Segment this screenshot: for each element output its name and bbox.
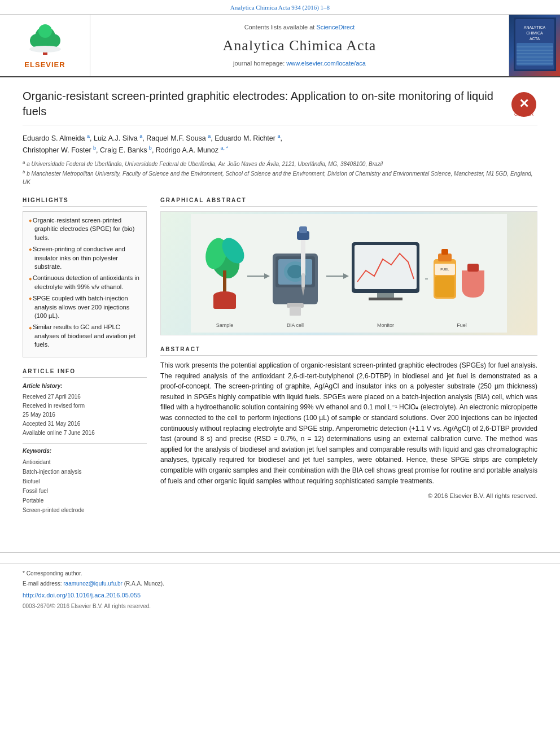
left-column: HIGHLIGHTS Organic-resistant screen-prin… <box>23 196 147 525</box>
svg-rect-56 <box>467 264 479 272</box>
svg-rect-22 <box>191 214 507 333</box>
article-history-label: Article history: <box>23 382 147 390</box>
elsevier-brand-text: ELSEVIER <box>24 60 65 70</box>
svg-text:✕: ✕ <box>519 97 529 111</box>
email-line: E-mail address: raamunoz@iqufu.ufu.br (R… <box>23 579 537 588</box>
journal-name: Analytica Chimica Acta <box>223 36 377 56</box>
keywords-list: Antioxidant Batch-injection analysis Bio… <box>23 457 147 515</box>
author-6: Craig E. Banks b, <box>100 146 156 154</box>
svg-point-6 <box>29 46 61 53</box>
highlights-box: Organic-resistant screen-printed graphit… <box>23 211 147 357</box>
affiliation-a: a a Universidade Federal de Uberlândia, … <box>23 159 537 168</box>
highlight-item-2: Screen-printing of conductive and insula… <box>29 245 141 271</box>
svg-rect-48 <box>369 298 403 300</box>
corresponding-email[interactable]: raamunoz@iqufu.ufu.br <box>63 580 123 587</box>
svg-rect-37 <box>290 307 301 316</box>
footer-divider <box>0 552 560 553</box>
two-column-layout: HIGHLIGHTS Organic-resistant screen-prin… <box>23 196 537 525</box>
right-column: GRAPHICAL ABSTRACT <box>160 196 537 525</box>
svg-rect-26 <box>223 270 226 293</box>
author-5: Christopher W. Foster b, <box>23 146 100 154</box>
abstract-section: ABSTRACT This work presents the potentia… <box>160 346 537 501</box>
svg-text:BIA cell: BIA cell <box>287 322 304 328</box>
graphical-abstract-heading: GRAPHICAL ABSTRACT <box>160 196 537 207</box>
svg-text:Fuel: Fuel <box>457 322 467 328</box>
article-info-heading: ARTICLE INFO <box>23 368 147 378</box>
article-info-box: Article history: Received 27 April 2016 … <box>23 382 147 515</box>
svg-rect-51 <box>441 249 448 255</box>
accepted-date: Accepted 31 May 2016 <box>23 420 147 429</box>
doi-link[interactable]: http://dx.doi.org/10.1016/j.aca.2016.05.… <box>23 591 537 600</box>
highlight-item-5: Similar results to GC and HPLC analyses … <box>29 323 141 349</box>
svg-rect-50 <box>438 254 452 261</box>
svg-rect-47 <box>377 293 394 298</box>
highlight-item-3: Continuous detection of antioxidants in … <box>29 274 141 291</box>
sciencedirect-link[interactable]: ScienceDirect <box>316 24 355 30</box>
paper-body: Organic-resistant screen-printed graphit… <box>0 77 560 541</box>
footer-section: * Corresponding author. E-mail address: … <box>0 563 560 622</box>
svg-point-5 <box>38 24 52 38</box>
journal-citation-text: Analytica Chimica Acta 934 (2016) 1–8 <box>230 4 330 11</box>
journal-header: ELSEVIER Contents lists available at Sci… <box>0 15 560 77</box>
svg-rect-52 <box>435 276 454 297</box>
svg-text:CHIMICA: CHIMICA <box>526 31 543 35</box>
copyright-line: © 2016 Elsevier B.V. All rights reserved… <box>160 492 537 500</box>
svg-text:Monitor: Monitor <box>377 322 394 328</box>
svg-rect-39 <box>301 273 305 287</box>
corresponding-author-note: * Corresponding author. <box>23 569 537 578</box>
abstract-text: This work presents the potential applica… <box>160 360 537 486</box>
author-2: Luiz A.J. Silva a, <box>94 134 146 142</box>
available-online-date: Available online 7 June 2016 <box>23 429 147 438</box>
paper-title: Organic-resistant screen-printed graphit… <box>23 89 510 119</box>
highlights-heading: HIGHLIGHTS <box>23 196 147 207</box>
svg-rect-42 <box>299 226 307 233</box>
keyword-1: Antioxidant <box>23 457 147 467</box>
journal-title-area: Contents lists available at ScienceDirec… <box>90 15 509 76</box>
keyword-5: Portable <box>23 496 147 505</box>
svg-text:Sample: Sample <box>216 322 234 328</box>
highlight-item-1: Organic-resistant screen-printed graphit… <box>29 216 141 242</box>
svg-text:FUEL: FUEL <box>440 268 449 271</box>
author-1: Eduardo S. Almeida a, <box>23 134 94 142</box>
keyword-6: Screen-printed electrode <box>23 505 147 515</box>
crossmark-logo: ✕ CrossMark <box>510 91 537 118</box>
keyword-3: Biofuel <box>23 477 147 486</box>
author-7: Rodrigo A.A. Munoz a, * <box>156 146 228 154</box>
svg-point-35 <box>287 265 303 278</box>
contents-available-text: Contents lists available at ScienceDirec… <box>244 23 355 32</box>
author-4: Eduardo M. Richter a, <box>215 134 282 142</box>
svg-text:ACTA: ACTA <box>529 37 539 41</box>
cover-placeholder: ANALYTICA CHIMICA ACTA <box>511 15 559 76</box>
keyword-4: Fossil fuel <box>23 486 147 496</box>
journal-homepage-link[interactable]: www.elsevier.com/locate/aca <box>286 60 366 67</box>
svg-text:CrossMark: CrossMark <box>514 112 533 116</box>
issn-line: 0003-2670/© 2016 Elsevier B.V. All right… <box>23 602 537 610</box>
affiliations: a a Universidade Federal de Uberlândia, … <box>23 159 537 186</box>
journal-homepage-line: journal homepage: www.elsevier.com/locat… <box>233 59 366 68</box>
keyword-2: Batch-injection analysis <box>23 467 147 477</box>
svg-rect-28 <box>213 295 236 309</box>
abstract-heading: ABSTRACT <box>160 346 537 356</box>
received-date: Received 27 April 2016 <box>23 392 147 401</box>
graphical-abstract-section: GRAPHICAL ABSTRACT <box>160 196 537 335</box>
highlight-item-4: SPGE coupled with batch-injection analys… <box>29 294 141 320</box>
elsevier-logo: ELSEVIER <box>0 15 90 76</box>
graphical-abstract-image: FUEL Sample BIA cell Monitor Fuel <box>160 211 537 335</box>
svg-text:ANALYTICA: ANALYTICA <box>523 25 545 29</box>
svg-rect-46 <box>355 245 417 289</box>
journal-cover-image: ANALYTICA CHIMICA ACTA <box>509 15 560 76</box>
received-revised-date: 25 May 2016 <box>23 410 147 420</box>
paper-title-section: Organic-resistant screen-printed graphit… <box>23 89 537 125</box>
affiliation-b: b b Manchester Metropolitan University, … <box>23 169 537 186</box>
author-3: Raquel M.F. Sousa a, <box>146 134 215 142</box>
keywords-label: Keywords: <box>23 447 147 455</box>
authors-line: Eduardo S. Almeida a, Luiz A.J. Silva a,… <box>23 132 537 156</box>
received-revised-label: Received in revised form <box>23 401 147 410</box>
svg-rect-38 <box>301 237 305 276</box>
journal-citation-bar: Analytica Chimica Acta 934 (2016) 1–8 <box>0 0 560 15</box>
svg-rect-12 <box>517 43 553 65</box>
